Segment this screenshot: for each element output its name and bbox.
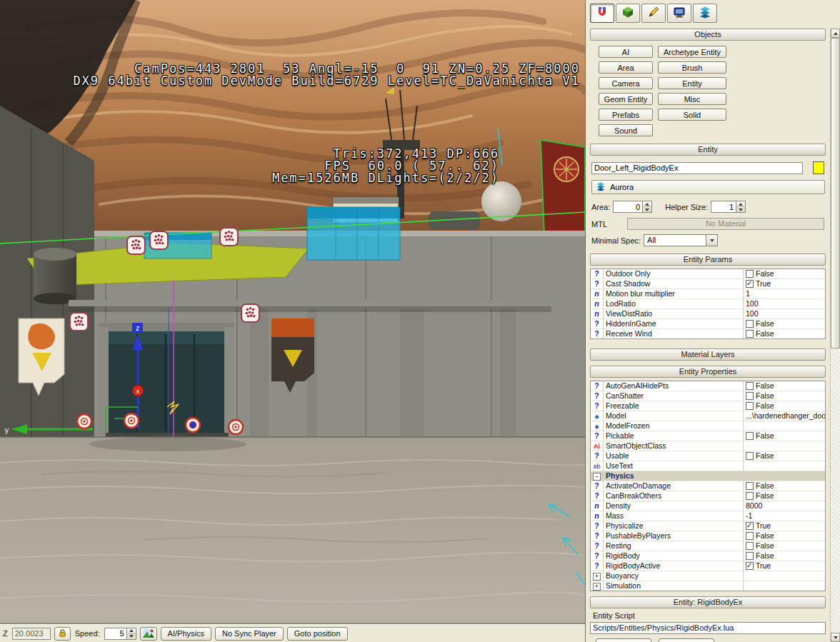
property-checkbox[interactable] (746, 402, 754, 410)
scroll-thumb[interactable] (831, 38, 840, 348)
objects-section-header[interactable]: Objects (590, 29, 826, 41)
lock-button[interactable] (54, 627, 71, 641)
object-type-button[interactable]: Camera (599, 77, 653, 89)
property-value[interactable] (744, 441, 825, 451)
property-value[interactable]: False False (744, 431, 825, 441)
property-value[interactable]: False False (744, 551, 825, 561)
object-type-button[interactable]: Sound (599, 124, 653, 136)
property-row[interactable]: + Simulation (591, 581, 825, 591)
property-row[interactable]: ? Receive Wind False False (591, 329, 825, 338)
property-value[interactable]: ...\hardenedhanger_doo... ...\hardenedha… (744, 411, 825, 421)
target-helper[interactable] (229, 420, 243, 434)
entity-script-path[interactable]: Scripts/Entities/Physics/RigidBodyEx.lua (590, 622, 826, 634)
property-value[interactable]: 100 100 (744, 299, 825, 309)
property-row[interactable]: ? CanBreakOthers False False (591, 491, 825, 501)
property-value[interactable]: False False (744, 541, 825, 551)
scroll-up-button[interactable] (831, 29, 840, 38)
property-checkbox[interactable] (746, 382, 754, 390)
hangar-door[interactable] (99, 323, 234, 438)
property-value[interactable]: 1 1 (744, 289, 825, 299)
property-row[interactable]: n ViewDistRatio 100 100 (591, 309, 825, 319)
property-row[interactable]: ? RigidBodyActive True True (591, 561, 825, 571)
property-checkbox[interactable] (746, 482, 754, 490)
speed-spin-buttons[interactable] (127, 628, 136, 640)
property-value[interactable] (744, 461, 825, 471)
property-checkbox[interactable] (746, 552, 754, 560)
z-position-field[interactable] (12, 628, 51, 640)
terrain-follow-button[interactable] (140, 627, 157, 641)
3d-viewport[interactable]: PRODUCTION FACILITY (0, 0, 585, 624)
speed-stepper[interactable] (104, 628, 136, 640)
area-stepper[interactable] (613, 201, 652, 213)
property-value[interactable]: False False (744, 319, 825, 328)
target-helper[interactable] (124, 413, 139, 428)
area-spin-buttons[interactable] (643, 201, 652, 213)
property-checkbox[interactable] (746, 542, 754, 550)
minimal-spec-dropdown[interactable]: All (644, 234, 718, 246)
property-value[interactable] (744, 571, 825, 581)
property-value[interactable]: 8000 8000 (744, 501, 825, 511)
property-value[interactable]: False False (744, 401, 825, 411)
property-value[interactable]: False False (744, 531, 825, 541)
entity-name-field[interactable] (591, 162, 803, 174)
scroll-down-button[interactable] (831, 633, 840, 642)
property-value[interactable]: False False (744, 491, 825, 501)
property-value[interactable]: False False (744, 381, 825, 391)
chevron-down-icon[interactable] (706, 235, 717, 246)
property-row[interactable]: n Density 8000 8000 (591, 501, 825, 511)
property-row[interactable]: + Buoyancy (591, 571, 825, 581)
entity-section-header[interactable]: Entity (590, 144, 826, 156)
property-row[interactable]: ? AutoGenAIHidePts False False (591, 381, 825, 391)
property-value[interactable]: -1 -1 (744, 511, 825, 521)
property-value[interactable] (744, 421, 825, 431)
property-checkbox[interactable] (746, 492, 754, 500)
property-value[interactable]: False False (744, 391, 825, 401)
area-field[interactable] (613, 201, 643, 213)
property-value[interactable]: False False (744, 329, 825, 338)
object-type-button[interactable]: Misc (658, 93, 726, 105)
property-row[interactable]: ? CanShatter False False (591, 391, 825, 401)
helper-spin-buttons[interactable] (736, 201, 746, 213)
property-row[interactable]: ? Pickable False False (591, 431, 825, 441)
property-row[interactable]: ? Resting False False (591, 541, 825, 551)
tab-objects[interactable] (590, 4, 614, 23)
property-value[interactable]: True True (744, 561, 825, 571)
tab-display[interactable] (667, 4, 691, 23)
ai-physics-button[interactable]: AI/Physics (161, 627, 211, 641)
property-row[interactable]: ab UseText (591, 461, 825, 471)
property-checkbox[interactable] (746, 532, 754, 540)
entity-script-button-stub[interactable] (596, 638, 651, 642)
entity-icon[interactable] (70, 313, 88, 331)
no-sync-player-button[interactable]: No Sync Player (215, 627, 284, 641)
tab-layers[interactable] (693, 4, 717, 23)
goto-position-button[interactable]: Goto position (287, 627, 348, 641)
property-value[interactable]: False False (744, 451, 825, 461)
property-row[interactable]: ? RigidBody False False (591, 551, 825, 561)
property-row[interactable]: n Motion blur multiplier 1 1 (591, 289, 825, 299)
property-row[interactable]: ? Freezable False False (591, 401, 825, 411)
property-row[interactable]: ◆ Model ...\hardenedhanger_doo... ...\ha… (591, 411, 825, 421)
property-row[interactable]: ? ActivateOnDamage False False (591, 481, 825, 491)
property-value[interactable]: True True (744, 279, 825, 289)
object-type-button[interactable]: Solid (658, 109, 726, 121)
property-checkbox[interactable] (746, 330, 754, 338)
tab-modelling[interactable] (641, 4, 666, 23)
property-checkbox[interactable] (746, 452, 754, 460)
object-type-button[interactable]: AI (599, 46, 653, 58)
property-value[interactable]: True True (744, 521, 825, 531)
property-checkbox[interactable] (746, 270, 754, 278)
object-type-button[interactable]: Brush (658, 61, 726, 74)
property-row[interactable]: ? Outdoor Only False False (591, 269, 825, 279)
area-volume-large[interactable] (307, 207, 400, 260)
object-type-button[interactable]: Geom Entity (599, 93, 653, 105)
property-value[interactable]: False False (744, 269, 825, 279)
property-value[interactable]: False False (744, 481, 825, 491)
property-checkbox[interactable] (746, 432, 754, 440)
rollup-scrollbar[interactable] (830, 29, 840, 642)
property-row[interactable]: ? PushableByPlayers False False (591, 531, 825, 541)
property-row[interactable]: Ai SmartObjectClass (591, 441, 825, 451)
property-row[interactable]: n LodRatio 100 100 (591, 299, 825, 309)
object-type-button[interactable]: Archetype Entity (658, 46, 726, 58)
property-row[interactable]: n Mass -1 -1 (591, 511, 825, 521)
material-field[interactable]: No Material (627, 218, 824, 230)
